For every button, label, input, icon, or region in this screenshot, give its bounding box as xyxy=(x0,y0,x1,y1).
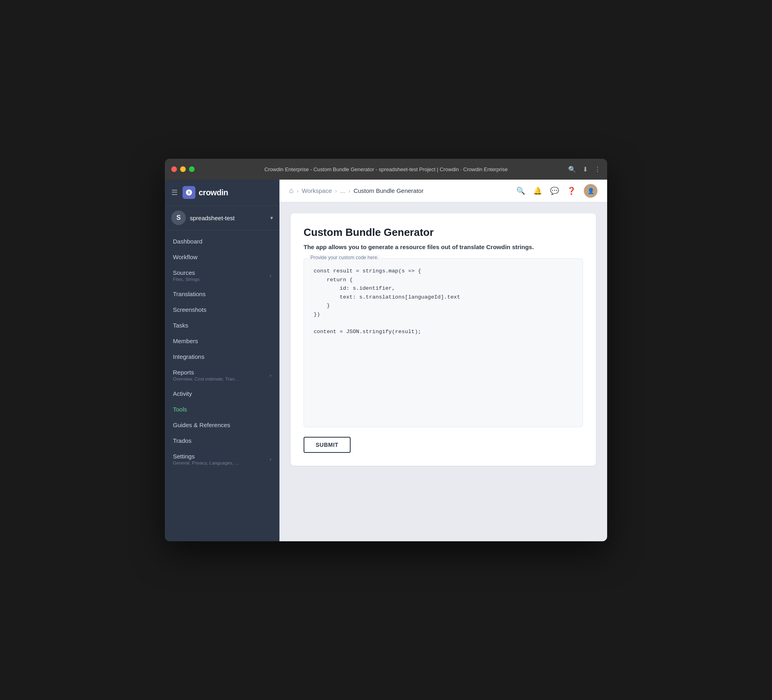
page-title: Custom Bundle Generator xyxy=(304,226,583,239)
sidebar-item-screenshots[interactable]: Screenshots xyxy=(165,302,279,317)
sidebar-item-label-dashboard: Dashboard xyxy=(173,238,202,245)
close-button[interactable] xyxy=(171,166,177,172)
submit-button[interactable]: SUBMIT xyxy=(304,437,351,453)
breadcrumb-current: Custom Bundle Generator xyxy=(353,187,423,194)
code-container: Provide your custom code here. const res… xyxy=(304,258,583,427)
sidebar-item-settings[interactable]: SettingsGeneral, Privacy, Languages, …› xyxy=(165,448,279,470)
sidebar-item-label-settings: Settings xyxy=(173,453,239,460)
notifications-icon[interactable]: 🔔 xyxy=(533,186,542,195)
sidebar-item-workflow[interactable]: Workflow xyxy=(165,249,279,265)
sidebar-item-sub-reports: Overview, Cost estimate, Tran… xyxy=(173,377,239,381)
user-avatar[interactable]: 👤 xyxy=(584,184,597,198)
sidebar-item-integrations[interactable]: Integrations xyxy=(165,349,279,364)
project-dropdown-icon: ▾ xyxy=(270,215,273,221)
logo-text: crowdin xyxy=(199,188,228,197)
sidebar-item-label-reports: Reports xyxy=(173,369,239,376)
sidebar-item-sub-sources: Files, Strings xyxy=(173,277,199,282)
breadcrumb-sep-3: › xyxy=(349,188,351,194)
sidebar-item-label-activity: Activity xyxy=(173,390,192,397)
sidebar-item-label-integrations: Integrations xyxy=(173,353,204,360)
window-title: Crowdin Enterprise - Custom Bundle Gener… xyxy=(264,166,507,172)
sidebar-item-label-workflow: Workflow xyxy=(173,254,197,260)
more-icon[interactable]: ⋮ xyxy=(594,166,601,173)
sidebar-item-trados[interactable]: Trados xyxy=(165,433,279,448)
sidebar-item-label-members: Members xyxy=(173,338,198,344)
sidebar-item-guides[interactable]: Guides & References xyxy=(165,417,279,433)
chevron-icon-sources: › xyxy=(270,272,271,278)
sidebar: ☰ crowdin S spreadsheet-test ▾ Dashboard… xyxy=(165,180,279,541)
search-icon[interactable]: 🔍 xyxy=(516,186,525,195)
sidebar-item-label-tools: Tools xyxy=(173,406,187,413)
breadcrumb-ellipsis[interactable]: ... xyxy=(340,187,345,194)
sidebar-item-reports[interactable]: ReportsOverview, Cost estimate, Tran…› xyxy=(165,364,279,386)
sidebar-item-translations[interactable]: Translations xyxy=(165,286,279,302)
code-label: Provide your custom code here. xyxy=(309,255,380,260)
sidebar-item-label-tasks: Tasks xyxy=(173,322,188,329)
help-icon[interactable]: ❓ xyxy=(567,186,576,195)
sidebar-item-activity[interactable]: Activity xyxy=(165,386,279,401)
search-icon[interactable]: 🔍 xyxy=(568,166,576,173)
sidebar-item-label-guides: Guides & References xyxy=(173,422,230,428)
logo-icon xyxy=(183,186,195,199)
maximize-button[interactable] xyxy=(189,166,195,172)
app-body: ☰ crowdin S spreadsheet-test ▾ Dashboard… xyxy=(165,180,607,541)
sidebar-item-label-sources: Sources xyxy=(173,269,199,276)
titlebar: Crowdin Enterprise - Custom Bundle Gener… xyxy=(165,159,607,180)
breadcrumb-sep-2: › xyxy=(335,188,337,194)
traffic-lights xyxy=(171,166,195,172)
breadcrumb-workspace[interactable]: Workspace xyxy=(302,187,332,194)
minimize-button[interactable] xyxy=(180,166,186,172)
project-selector[interactable]: S spreadsheet-test ▾ xyxy=(165,206,279,230)
home-icon[interactable]: ⌂ xyxy=(289,186,294,195)
chevron-icon-reports: › xyxy=(270,372,271,378)
download-icon[interactable]: ⬇ xyxy=(583,166,588,173)
header-actions: 🔍 🔔 💬 ❓ 👤 xyxy=(516,184,597,198)
breadcrumb-sep-1: › xyxy=(297,188,299,194)
sidebar-item-tools[interactable]: Tools xyxy=(165,401,279,417)
hamburger-icon[interactable]: ☰ xyxy=(171,188,178,197)
sidebar-item-sub-settings: General, Privacy, Languages, … xyxy=(173,461,239,465)
page-description: The app allows you to generate a resourc… xyxy=(304,244,583,250)
project-avatar: S xyxy=(171,211,186,225)
sidebar-item-sources[interactable]: SourcesFiles, Strings› xyxy=(165,265,279,286)
sidebar-header: ☰ crowdin xyxy=(165,180,279,206)
sidebar-item-label-trados: Trados xyxy=(173,437,191,444)
top-header: ⌂ › Workspace › ... › Custom Bundle Gene… xyxy=(279,180,607,202)
sidebar-nav: DashboardWorkflowSourcesFiles, Strings›T… xyxy=(165,230,279,541)
titlebar-actions: 🔍 ⬇ ⋮ xyxy=(568,166,601,173)
sidebar-item-dashboard[interactable]: Dashboard xyxy=(165,233,279,249)
main-card: Custom Bundle Generator The app allows y… xyxy=(291,213,596,466)
sidebar-item-members[interactable]: Members xyxy=(165,333,279,349)
sidebar-item-label-screenshots: Screenshots xyxy=(173,306,206,313)
sidebar-item-label-translations: Translations xyxy=(173,291,205,297)
breadcrumb: ⌂ › Workspace › ... › Custom Bundle Gene… xyxy=(289,186,511,195)
chevron-icon-settings: › xyxy=(270,456,271,462)
project-name: spreadsheet-test xyxy=(190,215,266,221)
content-area: Custom Bundle Generator The app allows y… xyxy=(279,202,607,541)
sidebar-item-tasks[interactable]: Tasks xyxy=(165,317,279,333)
messages-icon[interactable]: 💬 xyxy=(550,186,559,195)
main-content: ⌂ › Workspace › ... › Custom Bundle Gene… xyxy=(279,180,607,541)
app-window: Crowdin Enterprise - Custom Bundle Gener… xyxy=(165,159,607,541)
logo: crowdin xyxy=(183,186,228,199)
code-editor[interactable]: const result = strings.map(s => { return… xyxy=(304,259,583,344)
